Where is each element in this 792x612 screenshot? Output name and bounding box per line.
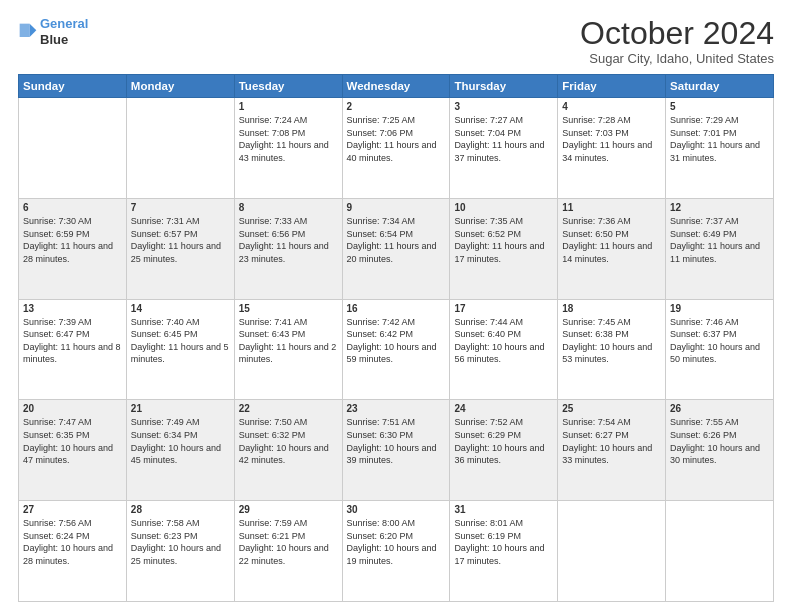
day-info: Sunrise: 7:47 AM Sunset: 6:35 PM Dayligh… bbox=[23, 416, 122, 466]
day-number: 20 bbox=[23, 403, 122, 414]
day-info: Sunrise: 7:51 AM Sunset: 6:30 PM Dayligh… bbox=[347, 416, 446, 466]
day-info: Sunrise: 7:35 AM Sunset: 6:52 PM Dayligh… bbox=[454, 215, 553, 265]
calendar-cell: 7Sunrise: 7:31 AM Sunset: 6:57 PM Daylig… bbox=[126, 198, 234, 299]
calendar-cell: 9Sunrise: 7:34 AM Sunset: 6:54 PM Daylig… bbox=[342, 198, 450, 299]
day-number: 19 bbox=[670, 303, 769, 314]
day-number: 17 bbox=[454, 303, 553, 314]
calendar-cell: 19Sunrise: 7:46 AM Sunset: 6:37 PM Dayli… bbox=[666, 299, 774, 400]
day-number: 25 bbox=[562, 403, 661, 414]
day-number: 5 bbox=[670, 101, 769, 112]
day-info: Sunrise: 8:01 AM Sunset: 6:19 PM Dayligh… bbox=[454, 517, 553, 567]
weekday-header-monday: Monday bbox=[126, 75, 234, 98]
day-info: Sunrise: 7:39 AM Sunset: 6:47 PM Dayligh… bbox=[23, 316, 122, 366]
calendar-cell: 13Sunrise: 7:39 AM Sunset: 6:47 PM Dayli… bbox=[19, 299, 127, 400]
calendar-cell: 27Sunrise: 7:56 AM Sunset: 6:24 PM Dayli… bbox=[19, 501, 127, 602]
week-row-1: 6Sunrise: 7:30 AM Sunset: 6:59 PM Daylig… bbox=[19, 198, 774, 299]
day-number: 21 bbox=[131, 403, 230, 414]
calendar-cell: 21Sunrise: 7:49 AM Sunset: 6:34 PM Dayli… bbox=[126, 400, 234, 501]
day-number: 4 bbox=[562, 101, 661, 112]
day-info: Sunrise: 7:30 AM Sunset: 6:59 PM Dayligh… bbox=[23, 215, 122, 265]
header: General Blue October 2024 Sugar City, Id… bbox=[18, 16, 774, 66]
week-row-0: 1Sunrise: 7:24 AM Sunset: 7:08 PM Daylig… bbox=[19, 98, 774, 199]
calendar-cell bbox=[558, 501, 666, 602]
day-number: 8 bbox=[239, 202, 338, 213]
calendar-cell: 22Sunrise: 7:50 AM Sunset: 6:32 PM Dayli… bbox=[234, 400, 342, 501]
calendar-cell: 1Sunrise: 7:24 AM Sunset: 7:08 PM Daylig… bbox=[234, 98, 342, 199]
calendar-cell: 28Sunrise: 7:58 AM Sunset: 6:23 PM Dayli… bbox=[126, 501, 234, 602]
day-number: 27 bbox=[23, 504, 122, 515]
calendar-cell: 17Sunrise: 7:44 AM Sunset: 6:40 PM Dayli… bbox=[450, 299, 558, 400]
weekday-header-sunday: Sunday bbox=[19, 75, 127, 98]
calendar-cell: 18Sunrise: 7:45 AM Sunset: 6:38 PM Dayli… bbox=[558, 299, 666, 400]
weekday-header-wednesday: Wednesday bbox=[342, 75, 450, 98]
day-info: Sunrise: 7:49 AM Sunset: 6:34 PM Dayligh… bbox=[131, 416, 230, 466]
day-info: Sunrise: 7:44 AM Sunset: 6:40 PM Dayligh… bbox=[454, 316, 553, 366]
svg-marker-0 bbox=[30, 23, 37, 36]
day-info: Sunrise: 7:34 AM Sunset: 6:54 PM Dayligh… bbox=[347, 215, 446, 265]
day-info: Sunrise: 7:41 AM Sunset: 6:43 PM Dayligh… bbox=[239, 316, 338, 366]
day-info: Sunrise: 7:40 AM Sunset: 6:45 PM Dayligh… bbox=[131, 316, 230, 366]
day-number: 30 bbox=[347, 504, 446, 515]
day-number: 31 bbox=[454, 504, 553, 515]
day-number: 26 bbox=[670, 403, 769, 414]
day-number: 15 bbox=[239, 303, 338, 314]
week-row-2: 13Sunrise: 7:39 AM Sunset: 6:47 PM Dayli… bbox=[19, 299, 774, 400]
week-row-4: 27Sunrise: 7:56 AM Sunset: 6:24 PM Dayli… bbox=[19, 501, 774, 602]
weekday-header-tuesday: Tuesday bbox=[234, 75, 342, 98]
location: Sugar City, Idaho, United States bbox=[580, 51, 774, 66]
week-row-3: 20Sunrise: 7:47 AM Sunset: 6:35 PM Dayli… bbox=[19, 400, 774, 501]
day-number: 16 bbox=[347, 303, 446, 314]
day-info: Sunrise: 7:52 AM Sunset: 6:29 PM Dayligh… bbox=[454, 416, 553, 466]
calendar-cell: 8Sunrise: 7:33 AM Sunset: 6:56 PM Daylig… bbox=[234, 198, 342, 299]
day-number: 12 bbox=[670, 202, 769, 213]
calendar-cell: 2Sunrise: 7:25 AM Sunset: 7:06 PM Daylig… bbox=[342, 98, 450, 199]
calendar-cell: 5Sunrise: 7:29 AM Sunset: 7:01 PM Daylig… bbox=[666, 98, 774, 199]
calendar-page: General Blue October 2024 Sugar City, Id… bbox=[0, 0, 792, 612]
weekday-header-row: SundayMondayTuesdayWednesdayThursdayFrid… bbox=[19, 75, 774, 98]
day-number: 1 bbox=[239, 101, 338, 112]
day-info: Sunrise: 7:37 AM Sunset: 6:49 PM Dayligh… bbox=[670, 215, 769, 265]
calendar-cell bbox=[126, 98, 234, 199]
day-number: 10 bbox=[454, 202, 553, 213]
day-info: Sunrise: 7:46 AM Sunset: 6:37 PM Dayligh… bbox=[670, 316, 769, 366]
calendar-cell: 30Sunrise: 8:00 AM Sunset: 6:20 PM Dayli… bbox=[342, 501, 450, 602]
month-title: October 2024 bbox=[580, 16, 774, 51]
day-info: Sunrise: 7:55 AM Sunset: 6:26 PM Dayligh… bbox=[670, 416, 769, 466]
weekday-header-saturday: Saturday bbox=[666, 75, 774, 98]
logo-icon bbox=[18, 22, 38, 42]
calendar-cell: 12Sunrise: 7:37 AM Sunset: 6:49 PM Dayli… bbox=[666, 198, 774, 299]
day-number: 23 bbox=[347, 403, 446, 414]
day-info: Sunrise: 7:58 AM Sunset: 6:23 PM Dayligh… bbox=[131, 517, 230, 567]
calendar-cell: 25Sunrise: 7:54 AM Sunset: 6:27 PM Dayli… bbox=[558, 400, 666, 501]
calendar-cell: 10Sunrise: 7:35 AM Sunset: 6:52 PM Dayli… bbox=[450, 198, 558, 299]
day-info: Sunrise: 7:45 AM Sunset: 6:38 PM Dayligh… bbox=[562, 316, 661, 366]
calendar-cell: 20Sunrise: 7:47 AM Sunset: 6:35 PM Dayli… bbox=[19, 400, 127, 501]
calendar-cell: 15Sunrise: 7:41 AM Sunset: 6:43 PM Dayli… bbox=[234, 299, 342, 400]
day-number: 24 bbox=[454, 403, 553, 414]
day-info: Sunrise: 7:56 AM Sunset: 6:24 PM Dayligh… bbox=[23, 517, 122, 567]
calendar-cell: 6Sunrise: 7:30 AM Sunset: 6:59 PM Daylig… bbox=[19, 198, 127, 299]
calendar-cell: 23Sunrise: 7:51 AM Sunset: 6:30 PM Dayli… bbox=[342, 400, 450, 501]
day-info: Sunrise: 7:28 AM Sunset: 7:03 PM Dayligh… bbox=[562, 114, 661, 164]
calendar-cell: 3Sunrise: 7:27 AM Sunset: 7:04 PM Daylig… bbox=[450, 98, 558, 199]
day-info: Sunrise: 7:25 AM Sunset: 7:06 PM Dayligh… bbox=[347, 114, 446, 164]
day-info: Sunrise: 7:29 AM Sunset: 7:01 PM Dayligh… bbox=[670, 114, 769, 164]
weekday-header-friday: Friday bbox=[558, 75, 666, 98]
day-info: Sunrise: 7:31 AM Sunset: 6:57 PM Dayligh… bbox=[131, 215, 230, 265]
calendar-cell: 24Sunrise: 7:52 AM Sunset: 6:29 PM Dayli… bbox=[450, 400, 558, 501]
logo-text: General Blue bbox=[40, 16, 88, 47]
day-number: 13 bbox=[23, 303, 122, 314]
day-info: Sunrise: 7:36 AM Sunset: 6:50 PM Dayligh… bbox=[562, 215, 661, 265]
day-number: 7 bbox=[131, 202, 230, 213]
day-number: 14 bbox=[131, 303, 230, 314]
calendar-cell: 11Sunrise: 7:36 AM Sunset: 6:50 PM Dayli… bbox=[558, 198, 666, 299]
day-info: Sunrise: 8:00 AM Sunset: 6:20 PM Dayligh… bbox=[347, 517, 446, 567]
day-number: 9 bbox=[347, 202, 446, 213]
day-number: 2 bbox=[347, 101, 446, 112]
day-number: 18 bbox=[562, 303, 661, 314]
weekday-header-thursday: Thursday bbox=[450, 75, 558, 98]
svg-rect-1 bbox=[20, 23, 30, 36]
day-info: Sunrise: 7:33 AM Sunset: 6:56 PM Dayligh… bbox=[239, 215, 338, 265]
day-info: Sunrise: 7:59 AM Sunset: 6:21 PM Dayligh… bbox=[239, 517, 338, 567]
calendar-cell: 14Sunrise: 7:40 AM Sunset: 6:45 PM Dayli… bbox=[126, 299, 234, 400]
